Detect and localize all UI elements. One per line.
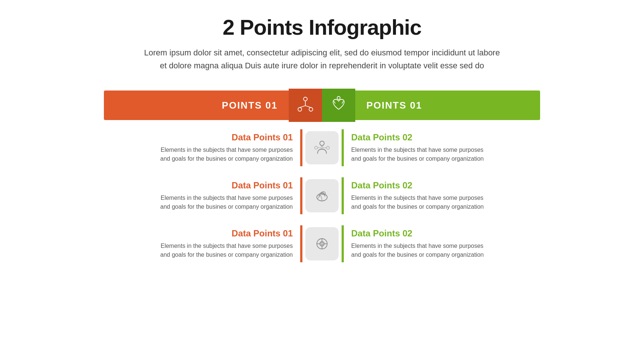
- data-row-1: Data Points 01 Elements in the subjects …: [30, 129, 614, 166]
- right-point-desc-1: Elements in the subjects that have some …: [351, 146, 484, 163]
- subtitle: Lorem ipsum dolor sit amet, consectetur …: [144, 46, 500, 72]
- svg-point-11: [326, 146, 329, 149]
- svg-line-7: [334, 101, 335, 103]
- svg-point-1: [298, 107, 302, 111]
- header-right-label: POINTS 01: [366, 100, 422, 111]
- left-point-title-3: Data Points 01: [232, 228, 293, 239]
- data-row-2: Data Points 01 Elements in the subjects …: [30, 177, 614, 214]
- left-point-title-2: Data Points 01: [232, 180, 293, 191]
- header-row: POINTS 01: [30, 89, 614, 122]
- header-left-label: POINTS 01: [222, 100, 278, 111]
- left-point-desc-3: Elements in the subjects that have some …: [160, 242, 293, 259]
- svg-line-8: [342, 101, 343, 103]
- right-content-2: Data Points 02 Elements in the subjects …: [344, 180, 529, 211]
- svg-line-4: [300, 106, 305, 107]
- right-content-3: Data Points 02 Elements in the subjects …: [344, 228, 529, 259]
- svg-point-6: [337, 96, 340, 99]
- left-point-title-1: Data Points 01: [232, 132, 293, 143]
- header-center-right-icon: [322, 89, 355, 122]
- right-point-desc-2: Elements in the subjects that have some …: [351, 194, 484, 211]
- key-settings-icon: [312, 234, 332, 253]
- right-point-desc-3: Elements in the subjects that have some …: [351, 242, 484, 259]
- person-network-icon: [312, 138, 332, 157]
- svg-point-0: [304, 97, 307, 101]
- svg-point-10: [315, 146, 318, 149]
- icon-box-1: [305, 131, 339, 164]
- globe-leaf-icon: [312, 186, 332, 205]
- right-point-title-1: Data Points 02: [351, 132, 412, 143]
- heart-hand-icon: [329, 95, 348, 115]
- svg-point-19: [320, 242, 324, 246]
- vline-left-1: [300, 129, 302, 166]
- icon-box-3: [305, 227, 339, 260]
- svg-point-14: [321, 147, 323, 149]
- data-rows: Data Points 01 Elements in the subjects …: [30, 129, 614, 273]
- header-left-bar: POINTS 01: [104, 90, 289, 120]
- vline-left-3: [300, 225, 302, 262]
- left-content-1: Data Points 01 Elements in the subjects …: [115, 132, 300, 163]
- icon-box-2: [305, 179, 339, 212]
- right-content-1: Data Points 02 Elements in the subjects …: [344, 132, 529, 163]
- vline-left-2: [300, 177, 302, 214]
- svg-point-2: [309, 107, 313, 111]
- header-center-left-icon: [289, 89, 322, 122]
- right-point-title-2: Data Points 02: [351, 180, 412, 191]
- header-right-bar: POINTS 01: [355, 90, 540, 120]
- main-content: POINTS 01: [30, 89, 614, 273]
- right-point-title-3: Data Points 02: [351, 228, 412, 239]
- left-content-3: Data Points 01 Elements in the subjects …: [115, 228, 300, 259]
- svg-point-24: [321, 243, 323, 245]
- hierarchy-icon: [296, 95, 315, 115]
- left-content-2: Data Points 01 Elements in the subjects …: [115, 180, 300, 211]
- svg-point-9: [320, 141, 324, 146]
- left-point-desc-2: Elements in the subjects that have some …: [160, 194, 293, 211]
- left-point-desc-1: Elements in the subjects that have some …: [160, 146, 293, 163]
- page-title: 2 Points Infographic: [223, 15, 421, 40]
- data-row-3: Data Points 01 Elements in the subjects …: [30, 225, 614, 262]
- svg-line-5: [305, 106, 311, 107]
